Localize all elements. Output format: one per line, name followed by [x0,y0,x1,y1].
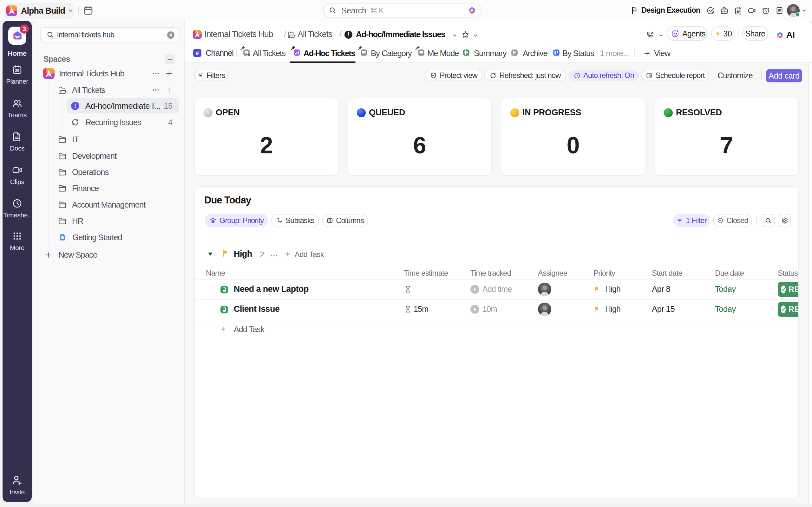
svg-text:29: 29 [15,68,19,73]
